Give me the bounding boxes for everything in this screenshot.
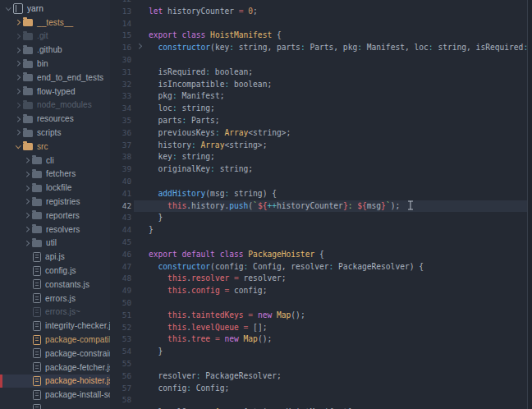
chevron-right-icon[interactable] — [15, 47, 21, 53]
tree-item-src[interactable]: src — [0, 140, 110, 154]
tree-item-lockfile[interactable]: lockfile — [0, 181, 110, 195]
tree-item-package-compatibility.js[interactable]: package-compatibility.js — [0, 333, 110, 347]
tree-item-registries[interactable]: registries — [0, 195, 110, 209]
code-line-39[interactable]: 39 originalKey: string; — [110, 163, 532, 176]
chevron-right-icon[interactable] — [24, 157, 30, 163]
tree-item-fetchers[interactable]: fetchers — [0, 168, 110, 182]
code-line-54[interactable]: 54 } — [110, 346, 532, 358]
code-line-37[interactable]: 37 history: Array<string>; — [110, 140, 532, 152]
code-line-43[interactable]: 43 } — [110, 212, 532, 224]
chevron-right-icon[interactable] — [24, 212, 30, 218]
tree-item-resolvers[interactable]: resolvers — [0, 223, 110, 237]
tree-item-flow-typed[interactable]: flow-typed — [0, 85, 110, 99]
chevron-right-icon[interactable] — [15, 74, 21, 80]
tree-item-util[interactable]: util — [0, 237, 110, 250]
code-line-32[interactable]: 32 isIncompatible: boolean; — [110, 79, 532, 91]
chevron-right-icon[interactable] — [15, 33, 21, 39]
code-token: tree — [191, 334, 210, 343]
tree-item-api.js[interactable]: api.js — [0, 250, 110, 264]
code-line-33[interactable]: 33 pkg: Manifest; — [110, 90, 532, 103]
tree-item-yarn[interactable]: yarn — [0, 2, 110, 16]
chevron-down-icon[interactable] — [15, 143, 21, 149]
chevron-right-icon[interactable] — [24, 199, 30, 205]
code-line-58[interactable]: 58 — [110, 394, 532, 407]
code-line-34[interactable]: 34 loc: string; — [110, 103, 532, 115]
chevron-right-icon[interactable] — [15, 130, 21, 136]
code-line-53[interactable]: 53 this.tree = new Map(); — [110, 333, 532, 346]
file-icon — [33, 321, 41, 331]
tree-item-package-install-scripts.js[interactable]: package-install-scripts.js — [0, 388, 110, 402]
code-token: this — [167, 334, 186, 343]
chevron-right-icon[interactable] — [15, 61, 21, 67]
code-line-15[interactable]: 15export class HoistManifest { — [110, 30, 532, 42]
chevron-right-icon[interactable] — [15, 116, 21, 122]
code-line-body: isIncompatible: boolean; — [134, 79, 532, 91]
code-line-31[interactable]: 31 isRequired: boolean; — [110, 67, 532, 79]
code-line-12[interactable]: 12 — [110, 0, 532, 6]
code-line-52[interactable]: 52 this.levelQueue = []; — [110, 322, 532, 334]
tree-item-reporters[interactable]: reporters — [0, 209, 110, 223]
code-line-14[interactable]: 14 — [110, 18, 532, 30]
tree-item-errors.js[interactable]: errors.js — [0, 292, 110, 306]
code-text: isRequired: boolean; — [149, 67, 532, 79]
tree-item-package-constraint-resolver.js[interactable]: package-constraint-resolver.js — [0, 347, 110, 361]
chevron-right-icon[interactable] — [24, 226, 30, 232]
code-line-36[interactable]: 36 previousKeys: Array<string>; — [110, 127, 532, 140]
tree-item-integrity-checker.js[interactable]: integrity-checker.js — [0, 319, 110, 333]
tree-item-end_to_end_tests[interactable]: end_to_end_tests — [0, 71, 110, 85]
code-line-49[interactable]: 49 this.config = config; — [110, 285, 532, 297]
tree-item-bin[interactable]: bin — [0, 57, 110, 71]
code-line-46[interactable]: 46export default class PackageHoister { — [110, 249, 532, 261]
scrollbar-track[interactable] — [527, 0, 532, 409]
code-line-42[interactable]: 42 this.history.push(`${++historyCounter… — [110, 200, 532, 213]
code-line-45[interactable]: 45 — [110, 237, 532, 249]
code-token: isIncompatible — [149, 80, 224, 89]
tree-item-constants.js[interactable]: constants.js — [0, 278, 110, 292]
folder-icon — [23, 33, 33, 40]
code-token: Parts, pkg — [305, 43, 358, 52]
chevron-right-icon[interactable] — [15, 19, 21, 25]
fold-arrow-icon[interactable] — [137, 44, 144, 51]
chevron-right-icon[interactable] — [15, 102, 21, 108]
tree-item-errors.js~[interactable]: errors.js~ — [0, 306, 110, 319]
code-line-40[interactable]: 40 — [110, 176, 532, 188]
chevron-right-icon[interactable] — [24, 171, 30, 177]
code-line-38[interactable]: 38 key: string; — [110, 151, 532, 163]
file-tree[interactable]: yarn__tests__.git.githubbinend_to_end_te… — [0, 0, 110, 409]
code-line-47[interactable]: 47 constructor(config: Config, resolver:… — [110, 261, 532, 273]
chevron-right-icon[interactable] — [24, 240, 30, 246]
tree-item-partial[interactable] — [0, 402, 110, 409]
code-line-body: parts: Parts; — [134, 115, 532, 127]
tree-item-scripts[interactable]: scripts — [0, 126, 110, 140]
code-line-41[interactable]: 41 addHistory(msg: string) { — [110, 188, 532, 200]
code-line-13[interactable]: 13let historyCounter = 0; — [110, 6, 532, 18]
code-text: originalKey: string; — [149, 163, 532, 176]
tree-item-resources[interactable]: resources — [0, 112, 110, 126]
code-line-57[interactable]: 57 config: Config; — [110, 383, 532, 395]
chevron-right-icon[interactable] — [15, 88, 21, 94]
code-line-48[interactable]: 48 this.resolver = resolver; — [110, 273, 532, 285]
code-line-51[interactable]: 51 this.taintedKeys = new Map(); — [110, 310, 532, 322]
chevron-right-icon[interactable] — [24, 185, 30, 191]
code-line-56[interactable]: 56 resolver: PackageResolver; — [110, 370, 532, 383]
chevron-down-icon[interactable] — [5, 5, 11, 11]
code-line-30[interactable]: 30 — [110, 54, 532, 67]
tree-item-config.js[interactable]: config.js — [0, 264, 110, 278]
tree-item-package-hoister.js[interactable]: package-hoister.js — [0, 375, 110, 388]
code-line-35[interactable]: 35 parts: Parts; — [110, 115, 532, 127]
code-line-16[interactable]: 16 constructor(key: string, parts: Parts… — [110, 42, 532, 54]
folder-icon — [23, 19, 33, 26]
code-line-55[interactable]: 55 — [110, 358, 532, 370]
tree-item-node_modules[interactable]: node_modules — [0, 99, 110, 113]
tree-item-.github[interactable]: .github — [0, 43, 110, 57]
code-token: string; — [177, 152, 215, 161]
code-line-44[interactable]: 44} — [110, 224, 532, 237]
tree-item-package-fetcher.js[interactable]: package-fetcher.js — [0, 361, 110, 375]
tree-item-.git[interactable]: .git — [0, 30, 110, 44]
tree-item-cli[interactable]: cli — [0, 154, 110, 168]
code-line-50[interactable]: 50 — [110, 297, 532, 310]
line-number: 53 — [110, 333, 134, 346]
tree-item-label: util — [46, 238, 57, 247]
tree-item-__tests__[interactable]: __tests__ — [0, 16, 110, 30]
editor[interactable]: 1213let historyCounter = 0;1415export cl… — [110, 0, 532, 409]
